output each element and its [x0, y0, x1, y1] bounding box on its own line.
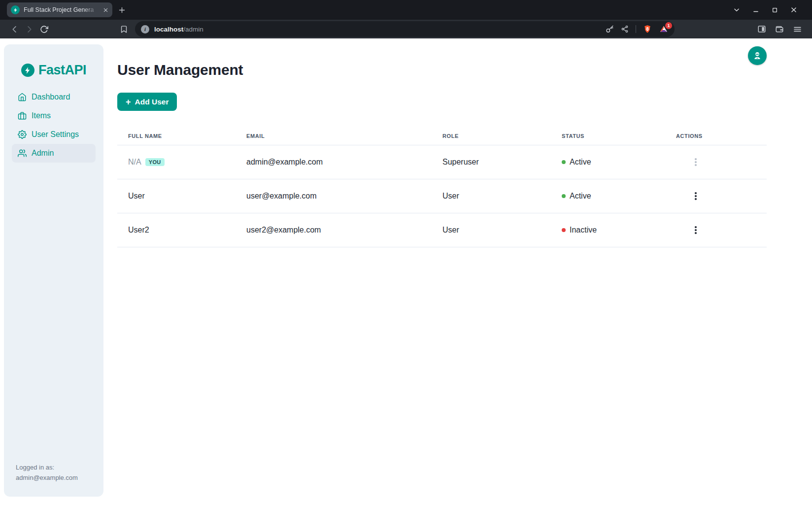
- page-title: User Management: [117, 62, 767, 78]
- window-controls: [733, 6, 797, 13]
- status-dot-icon: [562, 228, 566, 232]
- logged-in-label: Logged in as:: [16, 463, 92, 473]
- minimize-icon[interactable]: [752, 6, 759, 13]
- email-cell: user2@example.com: [236, 226, 432, 235]
- users-table: Full name Email Role Status Actions N/A …: [117, 127, 767, 247]
- sidebar-item-user-settings[interactable]: User Settings: [12, 125, 96, 144]
- row-actions-menu-icon[interactable]: [692, 223, 700, 237]
- table-row: N/A YOU admin@example.com Superuser Acti…: [117, 145, 767, 179]
- sidebar: FastAPI Dashboard Items: [4, 44, 103, 497]
- sidebar-item-items[interactable]: Items: [12, 106, 96, 125]
- maximize-icon[interactable]: [772, 7, 778, 13]
- role-cell: User: [432, 226, 551, 235]
- sidebar-item-dashboard[interactable]: Dashboard: [12, 88, 96, 106]
- status-label: Inactive: [570, 226, 597, 235]
- column-header-role: Role: [432, 133, 551, 139]
- tab-close-icon[interactable]: [103, 7, 108, 13]
- logged-in-footer: Logged in as: admin@example.com: [4, 463, 103, 497]
- table-header-row: Full name Email Role Status Actions: [117, 127, 767, 145]
- actions-cell: [665, 189, 767, 203]
- actions-cell: [665, 155, 767, 169]
- tab-strip: Full Stack Project Genera: [0, 0, 812, 20]
- fastapi-logo: FastAPI: [21, 63, 86, 78]
- row-actions-menu-icon[interactable]: [692, 189, 700, 203]
- forward-icon[interactable]: [22, 22, 36, 36]
- tab-search-chevron-icon[interactable]: [733, 6, 740, 13]
- home-icon: [18, 93, 27, 101]
- bookmark-icon[interactable]: [116, 22, 131, 36]
- sidebar-panel-icon[interactable]: [757, 25, 766, 34]
- password-key-icon[interactable]: [606, 25, 614, 34]
- sidebar-nav: Dashboard Items User Settings: [4, 88, 103, 163]
- fastapi-logo-icon: [21, 64, 34, 77]
- close-window-icon[interactable]: [790, 6, 797, 13]
- user-menu-button[interactable]: [748, 46, 767, 65]
- table-row: User2 user2@example.com User Inactive: [117, 213, 767, 247]
- sidebar-item-admin[interactable]: Admin: [12, 144, 96, 163]
- status-cell: Inactive: [551, 226, 665, 235]
- table-row: User user@example.com User Active: [117, 179, 767, 213]
- row-actions-menu-icon[interactable]: [692, 155, 700, 169]
- status-dot-icon: [562, 194, 566, 198]
- tab-title: Full Stack Project Genera: [24, 6, 99, 13]
- reload-icon[interactable]: [36, 22, 51, 36]
- back-icon[interactable]: [7, 22, 22, 36]
- email-cell: admin@example.com: [236, 158, 432, 167]
- share-icon[interactable]: [621, 25, 629, 33]
- full-name-cell: User: [117, 192, 236, 201]
- gear-icon: [18, 130, 27, 139]
- sidebar-item-label: Admin: [32, 149, 54, 158]
- brave-rewards-icon[interactable]: 1: [659, 25, 669, 34]
- rewards-notification-badge: 1: [665, 22, 672, 29]
- column-header-full-name: Full name: [117, 133, 236, 139]
- add-user-button-label: Add User: [135, 98, 169, 106]
- fastapi-favicon-icon: [11, 5, 20, 14]
- fastapi-logo-text: FastAPI: [38, 63, 86, 78]
- actions-cell: [665, 223, 767, 237]
- brave-shield-icon[interactable]: [643, 24, 652, 34]
- status-label: Active: [570, 192, 591, 201]
- you-badge: YOU: [145, 158, 165, 166]
- users-icon: [18, 149, 27, 158]
- page-content: FastAPI Dashboard Items: [0, 38, 812, 505]
- status-dot-icon: [562, 160, 566, 164]
- new-tab-icon[interactable]: [118, 6, 126, 14]
- status-label: Active: [570, 158, 591, 167]
- briefcase-icon: [18, 111, 27, 120]
- plus-icon: +: [126, 98, 131, 106]
- full-name-cell: N/A YOU: [117, 158, 236, 167]
- browser-window: Full Stack Project Genera: [0, 0, 812, 505]
- divider: [636, 25, 636, 33]
- column-header-status: Status: [551, 133, 665, 139]
- menu-hamburger-icon[interactable]: [793, 25, 802, 34]
- url-text[interactable]: localhost/admin: [154, 26, 203, 33]
- role-cell: Superuser: [432, 158, 551, 167]
- url-path: /admin: [183, 26, 203, 33]
- wallet-icon[interactable]: [775, 25, 784, 34]
- role-cell: User: [432, 192, 551, 201]
- column-header-actions: Actions: [665, 133, 767, 139]
- url-bar-actions: 1: [606, 24, 669, 34]
- sidebar-item-label: User Settings: [32, 130, 79, 139]
- full-name-value: N/A: [128, 158, 141, 167]
- full-name-cell: User2: [117, 226, 236, 235]
- site-info-icon[interactable]: i: [141, 25, 149, 34]
- url-bar[interactable]: i localhost/admin 1: [135, 21, 675, 37]
- toolbar-right-actions: [757, 25, 802, 34]
- sidebar-item-label: Dashboard: [32, 93, 70, 101]
- main-content: User Management + Add User Full name Ema…: [117, 38, 767, 247]
- browser-tab[interactable]: Full Stack Project Genera: [7, 2, 112, 17]
- user-astronaut-icon: [752, 51, 762, 61]
- sidebar-item-label: Items: [32, 111, 51, 120]
- status-cell: Active: [551, 158, 665, 167]
- url-host: localhost: [154, 26, 183, 33]
- browser-toolbar: i localhost/admin 1: [0, 20, 812, 38]
- column-header-email: Email: [236, 133, 432, 139]
- logged-in-email: admin@example.com: [16, 473, 92, 483]
- status-cell: Active: [551, 192, 665, 201]
- email-cell: user@example.com: [236, 192, 432, 201]
- add-user-button[interactable]: + Add User: [117, 93, 177, 111]
